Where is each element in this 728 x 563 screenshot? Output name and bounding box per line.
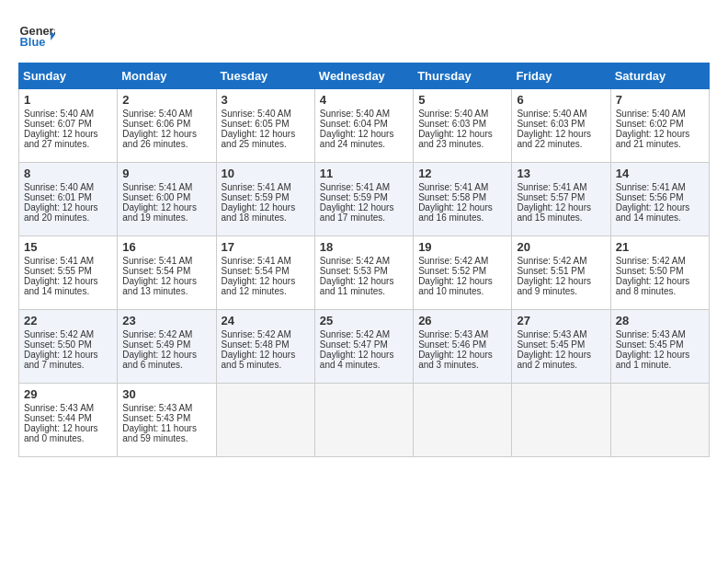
sunrise-text: Sunrise: 5:41 AM (222, 256, 291, 266)
calendar-day-cell (512, 384, 610, 457)
day-number: 21 (616, 240, 704, 254)
calendar-day-cell (314, 384, 413, 457)
page-header: General Blue (18, 18, 710, 55)
day-number: 2 (122, 93, 210, 107)
day-number: 8 (24, 167, 112, 180)
sunrise-text: Sunrise: 5:40 AM (24, 182, 94, 192)
daylight-text: Daylight: 12 hours and 15 minutes. (517, 202, 591, 223)
day-number: 23 (122, 314, 210, 327)
sunset-text: Sunset: 5:58 PM (418, 192, 486, 202)
calendar-day-cell: 17Sunrise: 5:41 AMSunset: 5:54 PMDayligh… (216, 236, 314, 310)
sunrise-text: Sunrise: 5:42 AM (24, 329, 94, 339)
sunset-text: Sunset: 5:52 PM (418, 266, 486, 276)
day-number: 22 (24, 314, 112, 327)
daylight-text: Daylight: 12 hours and 25 minutes. (222, 129, 296, 149)
sunset-text: Sunset: 5:56 PM (616, 192, 684, 202)
sunrise-text: Sunrise: 5:41 AM (616, 182, 686, 192)
sunset-text: Sunset: 5:47 PM (320, 339, 388, 350)
daylight-text: Daylight: 12 hours and 23 minutes. (418, 129, 493, 149)
calendar-day-cell (216, 384, 314, 457)
sunrise-text: Sunrise: 5:42 AM (320, 256, 390, 266)
calendar-week-row: 1Sunrise: 5:40 AMSunset: 6:07 PMDaylight… (19, 89, 710, 163)
calendar-day-cell: 12Sunrise: 5:41 AMSunset: 5:58 PMDayligh… (414, 163, 512, 236)
sunset-text: Sunset: 5:57 PM (517, 192, 585, 202)
day-number: 18 (320, 240, 408, 254)
daylight-text: Daylight: 12 hours and 20 minutes. (24, 202, 98, 223)
sunrise-text: Sunrise: 5:41 AM (24, 256, 94, 266)
day-number: 4 (320, 93, 408, 107)
daylight-text: Daylight: 12 hours and 12 minutes. (222, 276, 296, 296)
sunset-text: Sunset: 5:54 PM (122, 266, 190, 276)
day-number: 10 (222, 167, 310, 180)
calendar-day-cell: 18Sunrise: 5:42 AMSunset: 5:53 PMDayligh… (314, 236, 413, 310)
calendar-day-cell: 1Sunrise: 5:40 AMSunset: 6:07 PMDaylight… (19, 89, 118, 163)
logo-icon: General Blue (18, 18, 55, 55)
sunrise-text: Sunrise: 5:43 AM (418, 329, 488, 339)
calendar-day-cell: 25Sunrise: 5:42 AMSunset: 5:47 PMDayligh… (314, 310, 413, 384)
sunset-text: Sunset: 5:59 PM (222, 192, 290, 202)
calendar-day-cell (414, 384, 512, 457)
day-number: 9 (122, 167, 210, 180)
calendar-day-cell: 11Sunrise: 5:41 AMSunset: 5:59 PMDayligh… (314, 163, 413, 236)
day-header-tuesday: Tuesday (216, 63, 314, 89)
sunset-text: Sunset: 5:45 PM (616, 339, 684, 350)
calendar-day-cell: 3Sunrise: 5:40 AMSunset: 6:05 PMDaylight… (216, 89, 314, 163)
day-header-friday: Friday (512, 63, 610, 89)
calendar-day-cell: 20Sunrise: 5:42 AMSunset: 5:51 PMDayligh… (512, 236, 610, 310)
daylight-text: Daylight: 12 hours and 8 minutes. (616, 276, 690, 296)
daylight-text: Daylight: 12 hours and 18 minutes. (222, 202, 296, 223)
calendar-day-cell: 21Sunrise: 5:42 AMSunset: 5:50 PMDayligh… (610, 236, 709, 310)
calendar-day-cell: 15Sunrise: 5:41 AMSunset: 5:55 PMDayligh… (19, 236, 118, 310)
sunset-text: Sunset: 6:06 PM (122, 119, 190, 129)
sunrise-text: Sunrise: 5:42 AM (517, 256, 586, 266)
calendar-day-cell: 5Sunrise: 5:40 AMSunset: 6:03 PMDaylight… (414, 89, 512, 163)
daylight-text: Daylight: 12 hours and 16 minutes. (418, 202, 493, 223)
daylight-text: Daylight: 12 hours and 11 minutes. (320, 276, 394, 296)
calendar-day-cell: 23Sunrise: 5:42 AMSunset: 5:49 PMDayligh… (118, 310, 216, 384)
day-number: 27 (517, 314, 605, 327)
calendar-day-cell: 14Sunrise: 5:41 AMSunset: 5:56 PMDayligh… (610, 163, 709, 236)
calendar-day-cell: 30Sunrise: 5:43 AMSunset: 5:43 PMDayligh… (118, 384, 216, 457)
calendar-day-cell: 26Sunrise: 5:43 AMSunset: 5:46 PMDayligh… (414, 310, 512, 384)
sunrise-text: Sunrise: 5:42 AM (616, 256, 686, 266)
daylight-text: Daylight: 12 hours and 19 minutes. (122, 202, 197, 223)
sunrise-text: Sunrise: 5:41 AM (517, 182, 586, 192)
sunrise-text: Sunrise: 5:40 AM (517, 109, 586, 119)
day-number: 29 (24, 387, 112, 401)
sunrise-text: Sunrise: 5:40 AM (122, 109, 192, 119)
calendar-day-cell: 9Sunrise: 5:41 AMSunset: 6:00 PMDaylight… (118, 163, 216, 236)
daylight-text: Daylight: 12 hours and 2 minutes. (517, 350, 591, 370)
sunrise-text: Sunrise: 5:40 AM (24, 109, 94, 119)
sunrise-text: Sunrise: 5:40 AM (222, 109, 291, 119)
daylight-text: Daylight: 12 hours and 22 minutes. (517, 129, 591, 149)
calendar-day-cell: 10Sunrise: 5:41 AMSunset: 5:59 PMDayligh… (216, 163, 314, 236)
day-number: 13 (517, 167, 605, 180)
day-number: 19 (418, 240, 506, 254)
daylight-text: Daylight: 12 hours and 10 minutes. (418, 276, 493, 296)
day-number: 3 (222, 93, 310, 107)
sunset-text: Sunset: 5:48 PM (222, 339, 290, 350)
day-number: 25 (320, 314, 408, 327)
daylight-text: Daylight: 12 hours and 7 minutes. (24, 350, 98, 370)
sunrise-text: Sunrise: 5:42 AM (320, 329, 390, 339)
day-number: 20 (517, 240, 605, 254)
daylight-text: Daylight: 12 hours and 21 minutes. (616, 129, 690, 149)
calendar-day-cell: 27Sunrise: 5:43 AMSunset: 5:45 PMDayligh… (512, 310, 610, 384)
daylight-text: Daylight: 12 hours and 0 minutes. (24, 423, 98, 443)
day-number: 6 (517, 93, 605, 107)
daylight-text: Daylight: 12 hours and 5 minutes. (222, 350, 296, 370)
daylight-text: Daylight: 12 hours and 14 minutes. (24, 276, 98, 296)
sunrise-text: Sunrise: 5:43 AM (616, 329, 686, 339)
sunset-text: Sunset: 6:02 PM (616, 119, 684, 129)
sunrise-text: Sunrise: 5:42 AM (122, 329, 192, 339)
sunrise-text: Sunrise: 5:41 AM (418, 182, 488, 192)
sunrise-text: Sunrise: 5:42 AM (418, 256, 488, 266)
sunset-text: Sunset: 6:00 PM (122, 192, 190, 202)
calendar-day-cell: 19Sunrise: 5:42 AMSunset: 5:52 PMDayligh… (414, 236, 512, 310)
sunset-text: Sunset: 5:50 PM (616, 266, 684, 276)
calendar-table: SundayMondayTuesdayWednesdayThursdayFrid… (18, 63, 710, 457)
calendar-day-cell: 6Sunrise: 5:40 AMSunset: 6:03 PMDaylight… (512, 89, 610, 163)
daylight-text: Daylight: 12 hours and 24 minutes. (320, 129, 394, 149)
sunrise-text: Sunrise: 5:40 AM (320, 109, 390, 119)
calendar-day-cell: 22Sunrise: 5:42 AMSunset: 5:50 PMDayligh… (19, 310, 118, 384)
